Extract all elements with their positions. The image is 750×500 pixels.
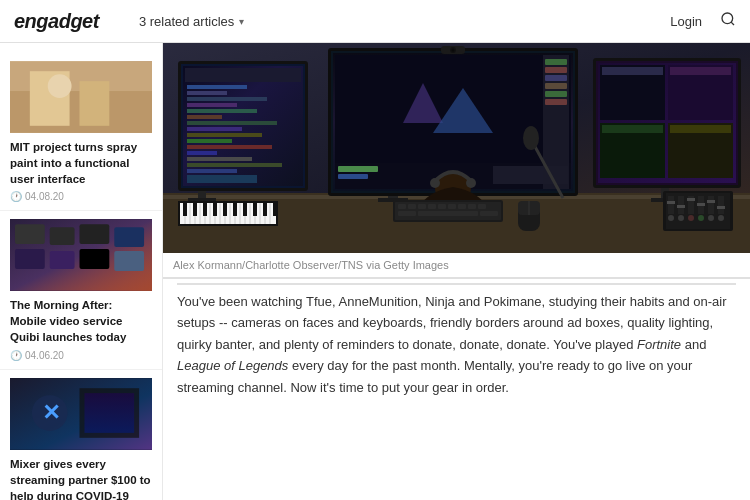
svg-rect-149 xyxy=(253,203,257,216)
svg-point-117 xyxy=(678,215,684,221)
svg-rect-144 xyxy=(203,203,207,216)
svg-rect-109 xyxy=(718,196,724,214)
svg-rect-14 xyxy=(50,251,75,269)
svg-rect-59 xyxy=(338,166,378,172)
svg-line-1 xyxy=(731,22,734,25)
svg-rect-36 xyxy=(187,97,267,101)
svg-rect-88 xyxy=(408,204,416,209)
svg-point-84 xyxy=(466,178,476,188)
svg-rect-151 xyxy=(273,203,277,216)
svg-rect-42 xyxy=(187,133,262,137)
svg-rect-16 xyxy=(114,227,144,247)
svg-rect-38 xyxy=(187,109,257,113)
svg-rect-89 xyxy=(418,204,426,209)
svg-rect-143 xyxy=(193,203,197,216)
related-articles-label: 3 related articles xyxy=(139,14,234,29)
svg-rect-145 xyxy=(213,203,217,216)
svg-rect-113 xyxy=(697,203,705,206)
svg-rect-66 xyxy=(545,83,567,89)
svg-rect-49 xyxy=(187,175,257,183)
svg-rect-95 xyxy=(478,204,486,209)
svg-rect-67 xyxy=(545,91,567,97)
svg-point-121 xyxy=(718,215,724,221)
svg-rect-23 xyxy=(84,393,134,433)
svg-rect-114 xyxy=(707,200,715,203)
main-content: Alex Kormann/Charlotte Observer/TNS via … xyxy=(163,43,750,500)
article-title: MIT project turns spray paint into a fun… xyxy=(10,139,152,187)
svg-point-0 xyxy=(722,13,733,24)
svg-rect-98 xyxy=(480,211,498,216)
svg-rect-68 xyxy=(545,99,567,105)
svg-rect-91 xyxy=(438,204,446,209)
svg-rect-93 xyxy=(458,204,466,209)
svg-rect-94 xyxy=(468,204,476,209)
svg-rect-80 xyxy=(602,125,663,133)
svg-rect-47 xyxy=(187,163,282,167)
article-thumbnail xyxy=(10,219,152,291)
svg-rect-147 xyxy=(233,203,237,216)
svg-rect-111 xyxy=(677,205,685,208)
svg-rect-97 xyxy=(418,211,478,216)
svg-rect-92 xyxy=(448,204,456,209)
svg-rect-39 xyxy=(187,115,222,119)
related-articles-button[interactable]: 3 related articles ▾ xyxy=(139,14,244,29)
article-date: 🕐 04.06.20 xyxy=(10,350,152,361)
svg-rect-35 xyxy=(187,91,227,95)
image-caption: Alex Kormann/Charlotte Observer/TNS via … xyxy=(163,253,750,279)
article-date: 🕐 04.08.20 xyxy=(10,191,152,202)
svg-rect-41 xyxy=(187,127,242,131)
svg-rect-104 xyxy=(668,196,674,214)
svg-rect-46 xyxy=(187,157,252,161)
svg-rect-33 xyxy=(185,68,301,82)
svg-rect-148 xyxy=(243,203,247,216)
svg-rect-63 xyxy=(545,59,567,65)
svg-point-120 xyxy=(708,215,714,221)
svg-rect-96 xyxy=(398,211,416,216)
svg-rect-15 xyxy=(80,249,110,269)
svg-rect-17 xyxy=(114,251,144,271)
sidebar: MIT project turns spray paint into a fun… xyxy=(0,43,163,500)
svg-rect-115 xyxy=(717,206,725,209)
svg-rect-65 xyxy=(545,75,567,81)
login-button[interactable]: Login xyxy=(670,14,702,29)
svg-rect-78 xyxy=(602,67,663,75)
svg-rect-32 xyxy=(183,66,303,186)
svg-rect-10 xyxy=(15,224,45,244)
svg-rect-87 xyxy=(398,204,406,209)
svg-rect-43 xyxy=(187,139,232,143)
svg-rect-110 xyxy=(667,201,675,204)
list-item[interactable]: The Morning After: Mobile video service … xyxy=(0,211,162,369)
hero-image xyxy=(163,43,750,253)
svg-rect-108 xyxy=(708,196,714,214)
list-item[interactable]: MIT project turns spray paint into a fun… xyxy=(0,53,162,211)
svg-rect-150 xyxy=(263,203,267,216)
svg-rect-37 xyxy=(187,103,237,107)
svg-rect-48 xyxy=(187,169,237,173)
svg-rect-90 xyxy=(428,204,436,209)
svg-rect-44 xyxy=(187,145,272,149)
svg-rect-64 xyxy=(545,67,567,73)
svg-rect-112 xyxy=(687,198,695,201)
site-logo[interactable]: engadget xyxy=(14,10,99,33)
svg-rect-34 xyxy=(187,85,247,89)
svg-rect-40 xyxy=(187,121,277,125)
chevron-down-icon: ▾ xyxy=(239,16,244,27)
svg-rect-11 xyxy=(50,227,75,245)
svg-point-118 xyxy=(688,215,694,221)
svg-rect-12 xyxy=(80,224,110,244)
article-title: The Morning After: Mobile video service … xyxy=(10,297,152,345)
svg-rect-81 xyxy=(670,125,731,133)
svg-rect-7 xyxy=(10,61,152,132)
svg-rect-45 xyxy=(187,151,217,155)
svg-text:✕: ✕ xyxy=(42,400,60,425)
list-item[interactable]: ✕ Mixer gives every streaming partner $1… xyxy=(0,370,162,500)
clock-icon: 🕐 xyxy=(10,191,22,202)
clock-icon: 🕐 xyxy=(10,350,22,361)
svg-rect-79 xyxy=(670,67,731,75)
article-title: Mixer gives every streaming partner $100… xyxy=(10,456,152,500)
article-thumbnail xyxy=(10,61,152,133)
svg-point-116 xyxy=(668,215,674,221)
search-icon[interactable] xyxy=(720,11,736,31)
svg-point-156 xyxy=(452,49,455,52)
svg-point-83 xyxy=(430,178,440,188)
